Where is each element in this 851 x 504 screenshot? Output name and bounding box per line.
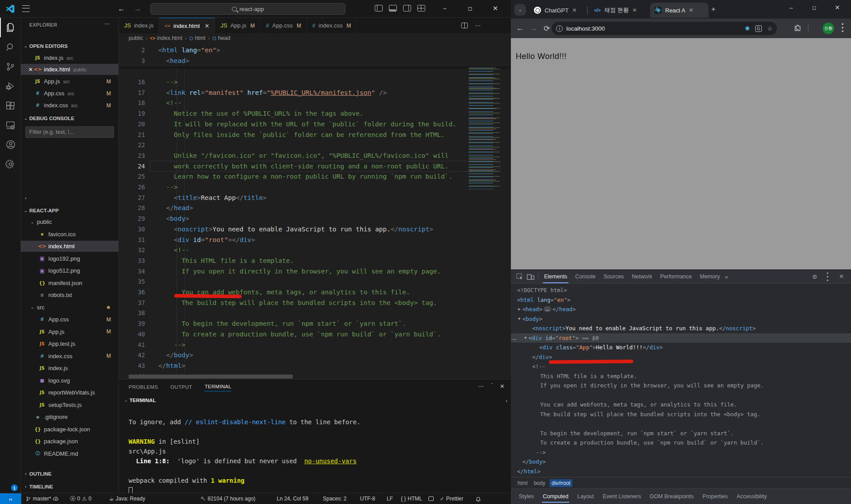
explorer-more-actions-icon[interactable]: ⋯	[104, 20, 110, 27]
chrome-minimize-button[interactable]: –	[780, 0, 802, 15]
back-arrow-icon[interactable]: ←	[116, 4, 127, 14]
activity-item-explorer[interactable]	[0, 18, 21, 37]
browser-forward-icon[interactable]: →	[527, 24, 540, 33]
section-collapsed[interactable]: ›	[21, 193, 119, 203]
file-robots.txt[interactable]: ≡robots.txt	[21, 289, 119, 301]
devtools-panel-tab-Layout[interactable]: Layout	[573, 489, 599, 504]
devtools-panel-tab-Accessibility[interactable]: Accessibility	[732, 489, 771, 504]
dom-tree-row[interactable]: </body>	[511, 457, 851, 467]
eol[interactable]: LF	[387, 493, 393, 504]
debug-filter-input[interactable]: Filter (e.g. text, !...	[25, 126, 114, 138]
file-setupTests.js[interactable]: JSsetupTests.js	[21, 399, 119, 410]
dom-tree-row[interactable]: …▼<div id="root"> == $0	[511, 333, 851, 343]
dom-tree-row[interactable]: <!DOCTYPE html>	[511, 285, 851, 295]
panel-tab-TERMINAL[interactable]: TERMINAL	[204, 384, 231, 391]
open-editor-index.css[interactable]: #index.csssrcM	[21, 100, 119, 111]
file-index.js[interactable]: JSindex.js	[21, 363, 119, 374]
browser-back-icon[interactable]: ←	[514, 24, 527, 33]
file-manifest.json[interactable]: {}manifest.json	[21, 277, 119, 289]
file-App.test.js[interactable]: JSApp.test.js	[21, 338, 119, 349]
panel-tab-PROBLEMS[interactable]: PROBLEMS	[129, 384, 158, 391]
formatter[interactable]: ✓Prettier	[440, 493, 463, 504]
dom-tree-row[interactable]: <!--	[511, 362, 851, 371]
terminal-tabs-expand-icon[interactable]: ›	[506, 398, 507, 403]
dom-tree-row[interactable]: </div>	[511, 352, 851, 362]
breadcrumb-item-head[interactable]: head	[218, 35, 230, 41]
devtools-dom-tree[interactable]: <!DOCTYPE html><html lang="en">▶<head>…<…	[511, 284, 851, 477]
dom-tree-row[interactable]: The build step will place the bundled sc…	[511, 410, 851, 419]
breadcrumb-item-index.html[interactable]: index.html	[157, 35, 182, 41]
dom-tree-row[interactable]: <html lang="en">	[511, 295, 851, 305]
dom-tree-row[interactable]	[511, 419, 851, 429]
tab-close-icon[interactable]: ✕	[632, 7, 637, 13]
code-editor[interactable]: 16 -->17 <link rel="manifest" href="%PUB…	[119, 43, 511, 379]
branch-indicator[interactable]: master*	[26, 493, 59, 504]
menu-icon[interactable]	[22, 5, 30, 12]
devtools-settings-gear-icon[interactable]: ⚙	[812, 273, 817, 280]
devtools-crumb-body[interactable]: body	[532, 479, 548, 487]
activity-item-extensions[interactable]	[0, 96, 21, 115]
devtools-panel-tab-Event Listeners[interactable]: Event Listeners	[598, 489, 645, 504]
open-editor-index.js[interactable]: JSindex.jssrc	[21, 52, 119, 63]
dom-tree-row[interactable]: <div class="App">Hello World!!!</div>	[511, 343, 851, 352]
breadcrumb-item-public[interactable]: public	[129, 35, 143, 41]
file-logo512.png[interactable]: ▣logo512.png	[21, 265, 119, 276]
activity-item-source-control[interactable]: 3	[0, 57, 21, 76]
more-tabs-icon[interactable]: »	[725, 273, 728, 280]
panel-maximize-icon[interactable]: ˆ	[491, 383, 493, 390]
editor-more-actions-icon[interactable]: ⋯	[475, 22, 481, 29]
java-status[interactable]: ☕Java: Ready	[109, 493, 145, 504]
tab-close-icon[interactable]: ✕	[689, 7, 694, 13]
devtools-tab-Memory[interactable]: Memory	[696, 270, 724, 283]
tab-search-icon[interactable]: ⌄	[514, 4, 526, 16]
profile-avatar[interactable]: 진환	[823, 23, 834, 34]
panel-close-icon[interactable]: ✕	[500, 383, 505, 390]
open-editor-index.html[interactable]: ✕<>index.htmlpublic	[21, 64, 119, 75]
tab-App.css[interactable]: #App.cssM	[261, 18, 307, 33]
activity-item-run-debug[interactable]	[0, 76, 21, 96]
commit-info[interactable]: 82104 (7 hours ago)	[200, 493, 255, 504]
split-editor-icon[interactable]	[461, 23, 468, 28]
remote-indicator[interactable]: ›‹	[0, 493, 21, 504]
dom-tree-row[interactable]: This HTML file is a template.	[511, 371, 851, 381]
tab-close-icon[interactable]: ✕	[572, 7, 576, 13]
activity-item-remote-explorer[interactable]	[0, 115, 21, 135]
file-README.md[interactable]: ⓘREADME.md	[21, 448, 119, 459]
close-icon[interactable]: ✕	[27, 66, 34, 73]
devtools-panel-tab-DOM Breakpoints[interactable]: DOM Breakpoints	[645, 489, 698, 504]
chrome-close-button[interactable]: ✕	[827, 0, 848, 15]
devtools-panel-tab-Properties[interactable]: Properties	[698, 489, 732, 504]
breadcrumb-item-html[interactable]: html	[195, 35, 205, 41]
devtools-tab-Network[interactable]: Network	[628, 270, 656, 283]
tab-index.js[interactable]: JSindex.js	[119, 18, 159, 33]
dom-tree-row[interactable]: You can add webfonts, meta tags, or anal…	[511, 400, 851, 410]
devtools-tab-Elements[interactable]: Elements	[540, 270, 571, 283]
new-tab-button[interactable]: +	[711, 5, 715, 13]
expand-arrow-icon[interactable]: ▶	[517, 305, 522, 314]
dom-tree-row[interactable]: <noscript>You need to enable JavaScript …	[511, 324, 851, 333]
panel-more-actions-icon[interactable]: ⋯	[478, 383, 484, 390]
activity-item-settings[interactable]: 1	[0, 154, 21, 174]
file-App.css[interactable]: #App.cssM	[21, 314, 119, 325]
file-package-lock.json[interactable]: {}package-lock.json	[21, 424, 119, 435]
site-info-icon[interactable]: i	[556, 25, 563, 32]
file-index.css[interactable]: #index.cssM	[21, 351, 119, 362]
devtools-crumb-div#root[interactable]: div#root	[549, 479, 573, 487]
section-debug-console[interactable]: ⌄DEBUG CONSOLE	[21, 113, 119, 123]
toggle-secondary-sidebar-icon[interactable]	[403, 5, 411, 12]
dom-tree-row[interactable]: To begin the development, run `npm start…	[511, 429, 851, 438]
terminal-section-chevron[interactable]: ⌄	[122, 398, 129, 402]
file-index.html[interactable]: <>index.html	[21, 241, 119, 252]
devtools-tab-Performance[interactable]: Performance	[656, 270, 696, 283]
section-outline[interactable]: ›OUTLINE	[21, 469, 119, 479]
bookmark-star-icon[interactable]: ☆	[767, 25, 773, 32]
inspect-element-icon[interactable]	[516, 273, 523, 280]
devtools-tab-Sources[interactable]: Sources	[600, 270, 628, 283]
collapsed-ellipsis[interactable]: …	[544, 306, 551, 312]
window-close-button[interactable]: ✕	[485, 0, 506, 17]
forward-arrow-icon[interactable]: →	[132, 4, 143, 14]
toggle-sidebar-icon[interactable]	[375, 5, 383, 12]
horizontal-scrollbar[interactable]	[129, 375, 293, 379]
browser-tab-2[interactable]: </>채점 현황✕	[590, 3, 647, 18]
tab-index.css[interactable]: #index.cssM	[307, 18, 357, 33]
